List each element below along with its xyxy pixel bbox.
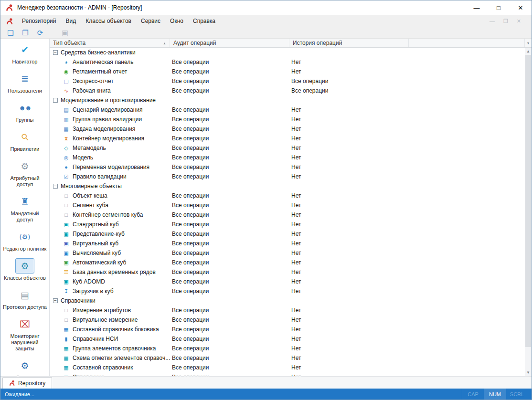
sidebar-item[interactable]: ⚙Классы объектов bbox=[0, 258, 49, 281]
object-row[interactable]: ▣Вычисляемый кубВсе операцииНет bbox=[50, 248, 525, 258]
sidebar-item-label: Пользователи bbox=[6, 88, 43, 94]
object-row[interactable]: ◎МодельВсе операцииНет bbox=[50, 153, 525, 162]
maximize-button[interactable]: □ bbox=[488, 0, 510, 15]
object-type-cell: ▦Составной справочник боковика bbox=[50, 326, 170, 333]
object-row[interactable]: ●Переменная моделированияВсе операцииНет bbox=[50, 162, 525, 172]
sidebar-item[interactable]: ▤Протокол доступа bbox=[0, 287, 49, 310]
scroll-down-arrow[interactable]: ▼ bbox=[525, 369, 532, 376]
object-row[interactable]: □Сегмент кубаВсе операцииНет bbox=[50, 200, 525, 210]
object-type-label: Рабочая книга bbox=[73, 87, 111, 94]
mdi-minimize-button[interactable]: — bbox=[489, 18, 495, 24]
scroll-up-arrow[interactable]: ▲ bbox=[525, 48, 532, 55]
menu-item[interactable]: Справка bbox=[188, 15, 220, 27]
group-row[interactable]: −Моделирование и прогнозирование bbox=[50, 95, 525, 105]
object-row[interactable]: ↧Загрузчик в кубВсе операцииНет bbox=[50, 286, 525, 296]
group-row[interactable]: −Многомерные объекты bbox=[50, 181, 525, 191]
composite-sidehead-dictionary-icon: ▦ bbox=[63, 326, 70, 333]
history-cell: Нет bbox=[289, 259, 409, 266]
object-row[interactable]: ▣Автоматический кубВсе операцииНет bbox=[50, 258, 525, 267]
object-row[interactable]: □Измерение атрибутовВсе операцииНет bbox=[50, 305, 525, 315]
group-row[interactable]: −Средства бизнес-аналитики bbox=[50, 48, 525, 57]
access-log-icon: ▤ bbox=[21, 289, 29, 301]
object-row[interactable]: ▦Группа элементов справочникаВсе операци… bbox=[50, 344, 525, 353]
new-object-button[interactable]: ❏ bbox=[5, 28, 16, 38]
scrollbar-track[interactable] bbox=[525, 55, 532, 369]
sidebar-item[interactable]: ⌧Мониторинг нарушений защиты bbox=[0, 316, 49, 352]
object-row[interactable]: ▤Сценарий моделированияВсе операцииНет bbox=[50, 105, 525, 115]
sidebar-item[interactable]: ≣Пользователи bbox=[0, 71, 49, 94]
object-type-cell: ▣Вычисляемый куб bbox=[50, 250, 170, 256]
object-row[interactable]: ◇МетамодельВсе операцииНет bbox=[50, 143, 525, 153]
sidebar-item[interactable]: ♜Мандатный доступ bbox=[0, 194, 49, 223]
object-row[interactable]: ▣Виртуальный кубВсе операцииНет bbox=[50, 239, 525, 248]
audit-cell: Все операции bbox=[170, 345, 289, 352]
object-type-label: Контейнер моделирования bbox=[73, 135, 144, 142]
menu-item[interactable]: Окно bbox=[165, 15, 188, 27]
object-row[interactable]: □Контейнер сегментов кубаВсе операцииНет bbox=[50, 210, 525, 220]
collapse-toggle[interactable]: − bbox=[53, 50, 58, 55]
sidebar-item[interactable]: ⚙Атрибутный доступ bbox=[0, 158, 49, 188]
sidebar-icon-box: ✔ bbox=[16, 42, 34, 57]
vertical-scrollbar[interactable]: ▲ ▼ bbox=[525, 48, 532, 376]
sidebar-item[interactable]: ⚙Сервис bbox=[0, 358, 49, 376]
minimize-button[interactable]: — bbox=[466, 0, 488, 15]
object-row[interactable]: ⧗Контейнер моделированияВсе операцииНет bbox=[50, 134, 525, 143]
object-type-cell: ▣Автоматический куб bbox=[50, 259, 170, 266]
object-row[interactable]: ☑Правило валидацииВсе операцииНет bbox=[50, 172, 525, 181]
history-cell: Нет bbox=[289, 345, 409, 352]
menu-item[interactable]: Сервис bbox=[136, 15, 165, 27]
object-row[interactable]: ▮Справочник НСИВсе операцииНет bbox=[50, 334, 525, 344]
object-row[interactable]: ∿Рабочая книгаВсе операцииВсе операции bbox=[50, 86, 525, 95]
statusbar: Ожидание... CAPNUMSCRL bbox=[0, 389, 532, 400]
object-row[interactable]: ◕Аналитическая панельВсе операцииНет bbox=[50, 57, 525, 67]
object-row[interactable]: ▦Составной справочник боковикаВсе операц… bbox=[50, 325, 525, 334]
tab-repository[interactable]: Repository bbox=[2, 377, 52, 389]
column-chooser-button[interactable]: ▾ bbox=[525, 39, 532, 47]
sidebar-item[interactable]: ⚲Привилегии bbox=[0, 129, 49, 152]
object-row[interactable]: ▥Группа правил валидацииВсе операцииНет bbox=[50, 115, 525, 124]
sidebar-item[interactable]: ⟨⚙⟩Редактор политик bbox=[0, 229, 49, 252]
mdi-close-button[interactable]: ✕ bbox=[517, 18, 521, 24]
object-row[interactable]: □Виртуальное измерениеВсе операцииНет bbox=[50, 315, 525, 325]
object-type-label: Задача моделирования bbox=[73, 126, 135, 132]
object-row[interactable]: ▦Составной справочникВсе операцииНет bbox=[50, 363, 525, 372]
object-row[interactable]: ▣Представление-кубВсе операцииНет bbox=[50, 229, 525, 239]
menu-item[interactable]: Вид bbox=[61, 15, 81, 27]
object-row[interactable]: □Объект кешаВсе операцииНет bbox=[50, 191, 525, 200]
object-row[interactable]: ▦СправочникВсе операцииНет bbox=[50, 372, 525, 376]
column-header[interactable]: Аудит операций bbox=[170, 39, 289, 47]
column-header-label: История операций bbox=[293, 40, 342, 46]
scrollbar-thumb[interactable] bbox=[525, 55, 531, 347]
copy-button[interactable]: ❐ bbox=[20, 28, 31, 38]
collapse-toggle[interactable]: − bbox=[53, 184, 58, 189]
modeling-task-icon: ▦ bbox=[63, 126, 70, 132]
menu-item[interactable]: Репозиторий bbox=[17, 15, 61, 27]
cube-view-icon: ▣ bbox=[63, 231, 70, 237]
elements-selection-schema-icon: ▦ bbox=[63, 355, 70, 361]
service-gear-icon: ⚙ bbox=[21, 360, 29, 371]
object-row[interactable]: ▦Схема отметки элементов справоч...Все о… bbox=[50, 353, 525, 363]
close-button[interactable]: ✕ bbox=[510, 0, 532, 15]
sidebar-item[interactable]: ☻☻Группы bbox=[0, 100, 49, 123]
object-row[interactable]: ▢Экспресс-отчетВсе операцииВсе операции bbox=[50, 76, 525, 86]
object-type-cell: ▦Группа элементов справочника bbox=[50, 345, 170, 352]
menu-item[interactable]: Классы объектов bbox=[81, 15, 136, 27]
collapse-toggle[interactable]: − bbox=[53, 298, 58, 303]
keyboard-indicator-scrl: SCRL bbox=[506, 389, 528, 400]
column-header[interactable]: Тип объекта▲ bbox=[50, 39, 170, 47]
collapse-toggle[interactable]: − bbox=[53, 98, 58, 103]
object-row[interactable]: ◉Регламентный отчетВсе операцииНет bbox=[50, 67, 525, 76]
group-row[interactable]: −Справочники bbox=[50, 296, 525, 305]
mdi-restore-button[interactable]: ❐ bbox=[503, 18, 508, 24]
sidebar-icon-box: ⌧ bbox=[14, 316, 35, 332]
column-header[interactable] bbox=[409, 39, 525, 47]
object-row[interactable]: ▣Стандартный кубВсе операцииНет bbox=[50, 220, 525, 229]
column-header[interactable]: История операций bbox=[289, 39, 409, 47]
object-row[interactable]: ▦Задача моделированияВсе операцииНет bbox=[50, 124, 525, 134]
object-row[interactable]: ▣Куб ADOMDВсе операцииНет bbox=[50, 277, 525, 286]
refresh-button[interactable]: ⟳ bbox=[35, 28, 45, 38]
sidebar-item[interactable]: ✔Навигатор bbox=[0, 42, 49, 65]
object-row[interactable]: ☰База данных временных рядовВсе операции… bbox=[50, 267, 525, 277]
audit-cell: Все операции bbox=[170, 68, 289, 75]
object-type-cell: ⧗Контейнер моделирования bbox=[50, 135, 170, 142]
